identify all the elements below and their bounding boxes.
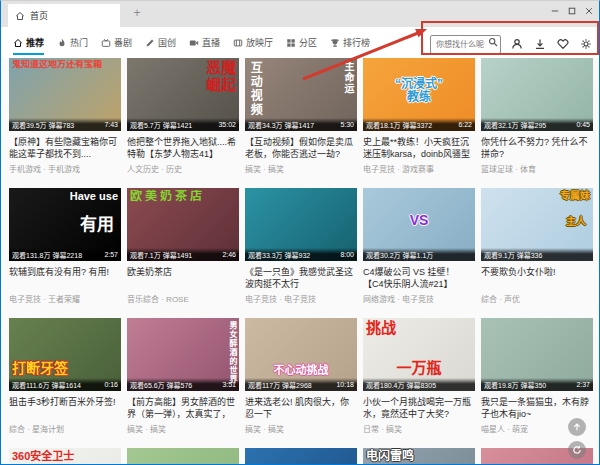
duration: 0:45 bbox=[576, 121, 590, 128]
video-card[interactable]: 打断牙签 观看111.6万 弹幕1614 0:16 狙击手3秒打断百米外牙签! … bbox=[9, 318, 121, 448]
video-thumbnail[interactable]: VS 观看30.2万 弹幕1.1万 bbox=[363, 188, 475, 261]
video-thumbnail[interactable] bbox=[245, 448, 357, 465]
video-thumbnail[interactable]: Have use 有用 观看131.8万 弹幕2218 2:57 bbox=[9, 188, 121, 261]
video-thumbnail[interactable]: 恶魔 崛起 观看5.7万 弹幕1421 35:02 bbox=[127, 58, 239, 131]
favorites-button[interactable] bbox=[556, 36, 570, 52]
nav-item-label: 直播 bbox=[202, 36, 220, 49]
arrow-up-icon bbox=[572, 422, 582, 432]
video-thumbnail[interactable] bbox=[127, 448, 239, 465]
nav-item-hot[interactable]: 热门 bbox=[57, 27, 88, 58]
video-title[interactable]: 我只是一条猫猫虫，木有脖子也木有jio~ bbox=[481, 396, 593, 420]
video-card[interactable]: 挑战 一万瓶 观看180.4万 弹幕8305 小伙一个月挑战喝完一万瓶水，竟然还… bbox=[363, 318, 475, 448]
refresh-button[interactable] bbox=[568, 441, 586, 459]
video-thumbnail[interactable]: 专属妹 主人 观看9.1万 弹幕336 bbox=[481, 188, 593, 261]
video-category[interactable]: 日常 · 搞笑 bbox=[363, 423, 475, 434]
download-button[interactable] bbox=[533, 36, 547, 52]
nav-item-cinema[interactable]: 放映厅 bbox=[233, 27, 273, 58]
duration: 0:16 bbox=[104, 381, 118, 388]
video-card[interactable]: 欧美奶茶店 观看7.1万 弹幕1491 2:46 欧美奶茶店 音乐综合 · RO… bbox=[127, 188, 239, 318]
video-card[interactable]: 鬼知道这地方还有宝箱 观看39.5万 弹幕783 7:43 【原神】有些隐藏宝箱… bbox=[9, 58, 121, 188]
video-category[interactable]: 电子竞技 · 游戏赛事 bbox=[363, 163, 475, 174]
duration: 5:30 bbox=[340, 121, 354, 128]
video-category[interactable]: 音乐综合 · ROSE bbox=[127, 293, 239, 304]
video-category[interactable]: 综合 · 星海计划 bbox=[9, 423, 121, 434]
video-stats-bar: 观看39.5万 弹幕783 7:43 bbox=[9, 118, 121, 131]
video-thumbnail[interactable]: “沉浸式” 教练 观看18.1万 弹幕3372 6:22 bbox=[363, 58, 475, 131]
search-box bbox=[430, 33, 501, 54]
video-card[interactable]: 360安全卫士 bbox=[9, 448, 121, 465]
video-card[interactable]: 不心动挑战 观看117万 弹幕2968 10:18 进来选老公! 肌肉很大，你忍… bbox=[245, 318, 357, 448]
nav-item-ranking[interactable]: 排行榜 bbox=[330, 27, 370, 58]
video-title[interactable]: C4爆破公司 VS 挂壁！【C4快乐阴人流#21】 bbox=[363, 266, 475, 290]
video-card[interactable] bbox=[127, 448, 239, 465]
video-category[interactable]: 搞笑 · 搞笑 bbox=[127, 423, 239, 434]
video-thumbnail[interactable]: 观看32.1万 弹幕295 0:45 bbox=[481, 58, 593, 131]
video-title[interactable]: 狙击手3秒打断百米外牙签! bbox=[9, 396, 121, 420]
video-card[interactable]: 观看33.3万 弹幕932 8:00 《是一只鱼》我感觉武圣这波肉挺不太行 电子… bbox=[245, 188, 357, 318]
video-thumbnail[interactable]: 不心动挑战 观看117万 弹幕2968 10:18 bbox=[245, 318, 357, 391]
nav-item-recommend[interactable]: 推荐 bbox=[13, 27, 44, 58]
nav-item-category[interactable]: 分区 bbox=[286, 27, 317, 58]
video-category[interactable]: 搞笑 · 搞笑 bbox=[245, 163, 357, 174]
settings-button[interactable] bbox=[579, 36, 593, 52]
video-card[interactable]: 互动视频 主命运 观看34.3万 弹幕1417 5:30 【互动视频】假如你是卖… bbox=[245, 58, 357, 188]
video-thumbnail[interactable]: 鬼知道这地方还有宝箱 观看39.5万 弹幕783 7:43 bbox=[9, 58, 121, 131]
video-thumbnail[interactable]: 互动视频 主命运 观看34.3万 弹幕1417 5:30 bbox=[245, 58, 357, 131]
video-category[interactable]: 电子竞技 · 王者荣耀 bbox=[9, 293, 121, 304]
video-thumbnail[interactable]: 男女醉酒的世界 观看65.6万 弹幕576 3:51 bbox=[127, 318, 239, 391]
toolbar-buttons bbox=[510, 36, 593, 52]
video-title[interactable]: 他把整个世界拖入地狱....希特勒【东梦人物志41】 bbox=[127, 136, 239, 160]
video-card[interactable]: 恶魔 崛起 观看5.7万 弹幕1421 35:02 他把整个世界拖入地狱....… bbox=[127, 58, 239, 188]
video-category[interactable]: 搞笑 · 搞笑 bbox=[245, 423, 357, 434]
video-title[interactable]: 欧美奶茶店 bbox=[127, 266, 239, 290]
video-category[interactable]: 电子竞技 · 电子竞技 bbox=[245, 293, 357, 304]
nav-item-guochuang[interactable]: 国创 bbox=[145, 27, 176, 58]
thumbnail-text: 打断牙签 bbox=[12, 361, 68, 376]
new-tab-button[interactable]: + bbox=[129, 5, 145, 21]
duration: 2:57 bbox=[104, 251, 118, 258]
video-title[interactable]: 【互动视频】假如你是卖瓜老板，你能否逃过一劫? bbox=[245, 136, 357, 160]
maximize-button[interactable] bbox=[565, 3, 579, 19]
video-title[interactable]: 进来选老公! 肌肉很大，你忍一下 bbox=[245, 396, 357, 420]
video-stats-bar: 观看18.1万 弹幕3372 6:22 bbox=[363, 118, 475, 131]
video-thumbnail[interactable]: 360安全卫士 bbox=[9, 448, 121, 465]
video-title[interactable]: 软辅到底有没有用? 有用! bbox=[9, 266, 121, 290]
video-title[interactable]: 小伙一个月挑战喝完一万瓶水，竟然还中了大奖? bbox=[363, 396, 475, 420]
video-title[interactable]: 你凭什么不努力? 凭什么不拼命? bbox=[481, 136, 593, 160]
minimize-button[interactable] bbox=[548, 3, 562, 19]
nav-item-live[interactable]: 直播 bbox=[189, 27, 220, 58]
video-thumbnail[interactable]: 打断牙签 观看111.6万 弹幕1614 0:16 bbox=[9, 318, 121, 391]
video-category[interactable]: 综合 · 声优 bbox=[481, 293, 593, 304]
video-category[interactable]: 网络游戏 · 电子竞技 bbox=[363, 293, 475, 304]
video-title[interactable]: 《是一只鱼》我感觉武圣这波肉挺不太行 bbox=[245, 266, 357, 290]
back-to-top-button[interactable] bbox=[568, 418, 586, 436]
video-title[interactable]: 【原神】有些隐藏宝箱你可能这辈子都找不到.... bbox=[9, 136, 121, 160]
video-thumbnail[interactable]: 观看19.8万 弹幕350 2:37 bbox=[481, 318, 593, 391]
video-card[interactable]: 观看32.1万 弹幕295 0:45 你凭什么不努力? 凭什么不拼命? 篮球足球… bbox=[481, 58, 593, 188]
video-card[interactable] bbox=[245, 448, 357, 465]
video-card[interactable]: 专属妹 主人 观看9.1万 弹幕336 不要欺负小女仆啦! 综合 · 声优 bbox=[481, 188, 593, 318]
video-title[interactable]: 【前方高能】男女醉酒的世界（第一弹），太真实了，哈... bbox=[127, 396, 239, 420]
user-button[interactable] bbox=[510, 36, 524, 52]
video-title[interactable]: 史上最**教练！小天疯狂沉迷压制karsa，doinb风骚型全图支援... bbox=[363, 136, 475, 160]
view-danmaku-count: 观看39.5万 弹幕783 bbox=[12, 120, 74, 130]
video-card[interactable]: “沉浸式” 教练 观看18.1万 弹幕3372 6:22 史上最**教练！小天疯… bbox=[363, 58, 475, 188]
video-title[interactable]: 不要欺负小女仆啦! bbox=[481, 266, 593, 290]
video-card[interactable]: 男女醉酒的世界 观看65.6万 弹幕576 3:51 【前方高能】男女醉酒的世界… bbox=[127, 318, 239, 448]
view-danmaku-count: 观看7.1万 弹幕1491 bbox=[130, 250, 192, 260]
video-category[interactable]: 篮球足球 · 体育 bbox=[481, 163, 593, 174]
video-thumbnail[interactable]: 电闪雷鸣 bbox=[363, 448, 475, 465]
video-thumbnail[interactable]: 观看33.3万 弹幕932 8:00 bbox=[245, 188, 357, 261]
video-card[interactable]: 电闪雷鸣 bbox=[363, 448, 475, 465]
video-category[interactable]: 手机游戏 · 手机游戏 bbox=[9, 163, 121, 174]
search-icon[interactable] bbox=[488, 37, 498, 47]
video-category[interactable]: 人文历史 · 历史 bbox=[127, 163, 239, 174]
nav-item-bangumi[interactable]: 番剧 bbox=[101, 27, 132, 58]
video-card[interactable]: Have use 有用 观看131.8万 弹幕2218 2:57 软辅到底有没有… bbox=[9, 188, 121, 318]
video-thumbnail[interactable]: 挑战 一万瓶 观看180.4万 弹幕8305 bbox=[363, 318, 475, 391]
close-button[interactable] bbox=[582, 3, 596, 19]
video-card[interactable]: VS 观看30.2万 弹幕1.1万 C4爆破公司 VS 挂壁！【C4快乐阴人流#… bbox=[363, 188, 475, 318]
video-thumbnail[interactable]: 欧美奶茶店 观看7.1万 弹幕1491 2:46 bbox=[127, 188, 239, 261]
video-stats-bar: 观看180.4万 弹幕8305 bbox=[363, 378, 475, 391]
tab-home[interactable]: 首页 bbox=[8, 4, 120, 27]
